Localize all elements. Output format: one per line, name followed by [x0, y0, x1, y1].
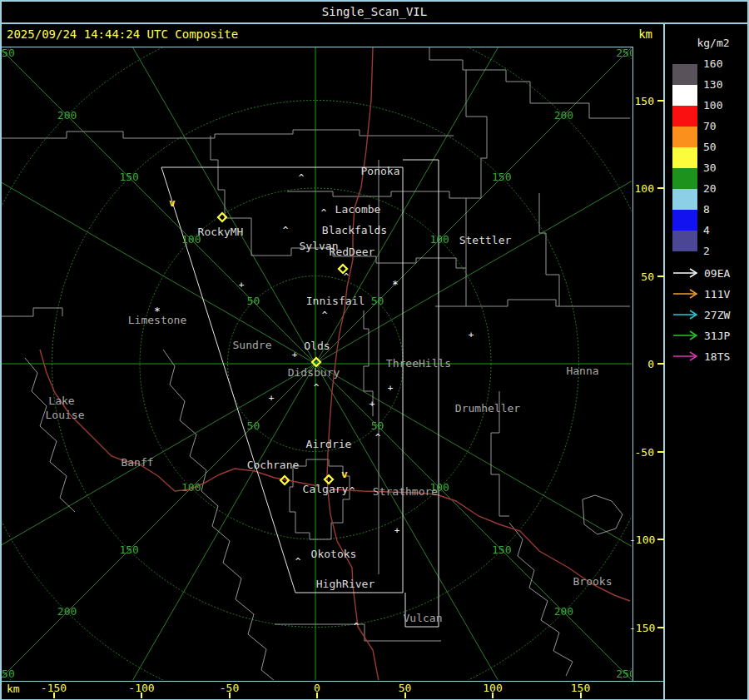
- city-label: Calgary: [303, 483, 349, 495]
- municipal-boundary: [539, 193, 559, 306]
- right-axis-tick: [657, 539, 664, 540]
- right-axis-label: -150: [629, 622, 654, 634]
- panel-divider: [663, 23, 665, 700]
- town-marker-plus: +: [292, 350, 298, 360]
- city-label: Lacombe: [335, 203, 381, 216]
- scale-color-block: [672, 106, 697, 127]
- radar-id: 111V: [704, 289, 744, 300]
- radar-id: 27ZW: [704, 310, 744, 320]
- range-ring-label: 200: [554, 605, 573, 618]
- range-ring-label: 250: [616, 47, 632, 59]
- town-marker-caret: ^: [283, 225, 289, 236]
- right-axis-label: 100: [629, 182, 654, 195]
- range-ring-label: 250: [2, 668, 15, 680]
- scale-color-block: [672, 127, 697, 147]
- right-axis-tick: [657, 627, 664, 628]
- radar-map[interactable]: 5050505010010010010015015015015020020020…: [2, 47, 632, 680]
- bottom-axis-tick: [492, 693, 494, 698]
- town-marker-star: *: [154, 305, 161, 317]
- town-marker-plus: +: [269, 393, 275, 404]
- bottom-axis-tick: [141, 693, 142, 698]
- town-marker-caret: ^: [321, 207, 327, 218]
- municipal-boundary: [2, 130, 454, 138]
- city-label: Innisfail: [306, 295, 365, 307]
- right-axis-tick: [657, 276, 664, 277]
- city-label: Hanna: [566, 365, 598, 377]
- town-marker-caret: ^: [299, 172, 305, 183]
- city-label: Cochrane: [247, 459, 300, 471]
- legend-unit-label: kg/m2: [684, 37, 742, 49]
- bottom-axis-tick: [53, 693, 55, 698]
- radar-arrow-icon: [672, 289, 701, 299]
- map-border-bottom: [0, 681, 664, 682]
- scale-value: 8: [703, 204, 737, 216]
- right-axis-tick: [657, 451, 664, 453]
- right-axis-unit: km: [626, 27, 652, 41]
- bottom-axis-tick: [316, 693, 318, 698]
- radar-arrow-icon: [672, 268, 701, 278]
- scale-color-block: [672, 210, 697, 231]
- azimuth-line: [2, 114, 315, 364]
- range-ring-label: 50: [247, 420, 260, 432]
- radar-arrow-icon: [672, 351, 701, 361]
- scale-value: 4: [703, 225, 737, 236]
- range-ring-label: 50: [371, 295, 384, 307]
- right-axis-label: -100: [629, 534, 654, 546]
- range-ring-label: 100: [181, 481, 201, 494]
- radar-app-window: Single_Scan_VIL 2025/09/24 14:44:24 UTC …: [0, 0, 749, 700]
- right-axis-tick: [657, 187, 664, 189]
- right-axis-label: -50: [629, 446, 654, 459]
- scale-value: 2: [703, 246, 737, 257]
- city-label: Strathmore: [373, 485, 438, 498]
- town-marker-caret: ^: [295, 556, 301, 567]
- bottom-axis-tick: [229, 693, 231, 698]
- scale-color-block: [672, 231, 697, 251]
- right-axis-tick: [657, 100, 664, 102]
- right-axis-label: 0: [629, 358, 654, 370]
- range-ring-label: 200: [57, 109, 77, 122]
- city-label: Didsbury: [288, 366, 340, 379]
- municipal-boundary: [435, 300, 630, 306]
- window-border-top: [0, 0, 749, 2]
- wind-marker-icon: v: [341, 468, 348, 480]
- city-label: Drumheller: [455, 402, 520, 415]
- city-label: Vulcan: [404, 612, 443, 624]
- town-marker-caret: ^: [354, 621, 360, 632]
- city-label: Stettler: [459, 234, 512, 246]
- scale-color-block: [672, 85, 697, 106]
- town-marker-caret: ^: [375, 432, 381, 443]
- scale-value: 160: [703, 58, 737, 70]
- scale-value: 130: [703, 79, 737, 91]
- range-ring-label: 200: [554, 109, 573, 122]
- right-axis-label: 150: [629, 95, 654, 107]
- scale-value: 50: [703, 141, 737, 153]
- bottom-axis-tick: [404, 693, 406, 698]
- range-ring-label: 50: [371, 420, 384, 432]
- range-ring-label: 200: [57, 605, 77, 618]
- municipal-boundary: [163, 350, 275, 680]
- azimuth-line: [315, 364, 565, 680]
- town-marker-plus: +: [469, 330, 474, 340]
- azimuth-line: [66, 47, 315, 364]
- scale-color-block: [672, 189, 697, 210]
- right-axis-label: 50: [629, 271, 654, 283]
- radar-id: 31JP: [704, 330, 744, 341]
- scale-color-block: [672, 147, 697, 168]
- city-label: Louise: [46, 409, 85, 421]
- scale-color-block: [672, 168, 697, 189]
- municipal-boundary: [287, 191, 466, 198]
- town-marker-star: *: [392, 278, 399, 290]
- city-label: Airdrie: [306, 438, 352, 450]
- town-marker-caret: ^: [350, 485, 355, 496]
- city-label: RedDeer: [330, 246, 375, 258]
- scale-value: 20: [703, 183, 737, 195]
- radar-id: 18TS: [704, 351, 744, 362]
- municipal-boundary: [509, 523, 573, 676]
- city-label: Brooks: [573, 575, 613, 588]
- town-marker-plus: +: [388, 383, 394, 394]
- azimuth-line: [66, 364, 315, 680]
- bottom-axis-tick: [580, 693, 582, 698]
- range-ring-label: 150: [492, 544, 511, 556]
- range-ring-label: 150: [492, 171, 511, 183]
- range-ring-label: 50: [247, 295, 260, 307]
